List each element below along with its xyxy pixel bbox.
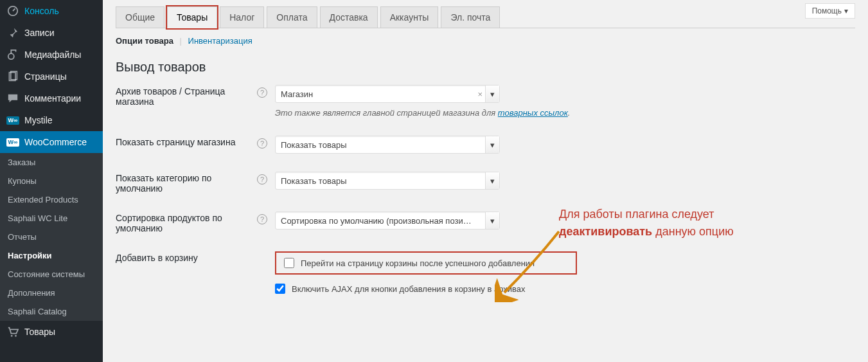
media-icon [6, 48, 19, 61]
row-show-page: Показать страницу магазина ? Показать то… [116, 136, 855, 154]
help-icon[interactable]: ? [257, 174, 267, 185]
label-add-to-cart: Добавить в корзину [116, 251, 257, 263]
sidebar-label: Консоль [24, 6, 59, 16]
select-value: Магазин [281, 89, 313, 99]
chevron-down-icon: ▾ [485, 136, 499, 153]
sidebar-sub-coupons[interactable]: Купоны [0, 172, 103, 190]
admin-sidebar: Консоль Записи Медиафайлы Страницы Комме… [0, 0, 103, 362]
page-icon [6, 70, 19, 83]
svg-point-1 [8, 53, 14, 59]
subnav-inventory-link[interactable]: Инвентаризация [188, 36, 252, 46]
sidebar-item-woocommerce[interactable]: W∞ WooCommerce [0, 131, 103, 153]
settings-tabs: Общие Товары Налог Оплата Доставка Аккау… [116, 6, 855, 28]
settings-subnav: Опции товара | Инвентаризация [116, 36, 855, 46]
pin-icon [6, 26, 19, 39]
sidebar-submenu: Заказы Купоны Extended Products Saphali … [0, 153, 103, 321]
annotation-text: Для работы плагина следует деактивироват… [559, 206, 803, 240]
sidebar-label: Страницы [24, 71, 67, 82]
shop-page-description: Это также является главной страницей маг… [275, 108, 855, 118]
sidebar-label: WooCommerce [24, 137, 87, 147]
sidebar-sub-addons[interactable]: Дополнения [0, 284, 103, 302]
select-shop-page[interactable]: Магазин × ▾ [275, 85, 500, 103]
label-show-page: Показать страницу магазина [116, 136, 257, 147]
woo-badge-icon: W∞ [6, 136, 19, 149]
select-show-category[interactable]: Показать товары ▾ [275, 172, 500, 190]
checkbox-ajax-cart[interactable]: Включить AJAX для кнопки добавления в ко… [275, 284, 855, 294]
label-show-category: Показать категорию по умолчанию [116, 172, 257, 194]
content-area: Помощь ▾ Общие Товары Налог Оплата Доста… [103, 0, 868, 362]
product-links-link[interactable]: товарных ссылок [498, 108, 568, 118]
woo-badge-icon: W∞ [6, 114, 19, 127]
tab-products[interactable]: Товары [167, 6, 217, 28]
select-sort[interactable]: Сортировка по умолчанию (произвольная по… [275, 212, 500, 230]
sidebar-item-posts[interactable]: Записи [0, 22, 103, 44]
clear-icon[interactable]: × [477, 89, 483, 99]
tab-general[interactable]: Общие [116, 6, 164, 28]
checkbox-label: Перейти на страницу корзины после успешн… [301, 258, 535, 268]
sidebar-sub-saphali-lite[interactable]: Saphali WC Lite [0, 209, 103, 228]
checkbox-ajax-input[interactable] [275, 284, 285, 294]
sidebar-label: Комментарии [24, 93, 81, 104]
sidebar-item-comments[interactable]: Комментарии [0, 87, 103, 109]
row-shop-page: Архив товаров / Страница магазина ? Мага… [116, 85, 855, 118]
select-value: Сортировка по умолчанию (произвольная по… [281, 216, 472, 226]
sidebar-item-mystile[interactable]: W∞ Mystile [0, 109, 103, 131]
label-sort: Сортировка продуктов по умолчанию [116, 212, 257, 233]
select-value: Показать товары [281, 176, 346, 186]
chevron-down-icon: ▾ [485, 86, 499, 102]
tab-emails[interactable]: Эл. почта [441, 6, 500, 28]
sidebar-label: Записи [24, 28, 54, 38]
sidebar-label: Mystile [24, 115, 53, 125]
row-show-category: Показать категорию по умолчанию ? Показа… [116, 172, 855, 194]
dashboard-icon [6, 5, 19, 17]
help-icon[interactable]: ? [257, 214, 267, 224]
label-shop-page: Архив товаров / Страница магазина [116, 85, 257, 107]
select-show-page[interactable]: Показать товары ▾ [275, 136, 500, 154]
checkbox-redirect-cart[interactable]: Перейти на страницу корзины после успешн… [275, 251, 577, 275]
sidebar-item-console[interactable]: Консоль [0, 0, 103, 22]
separator: | [180, 36, 182, 46]
help-label: Помощь [812, 6, 842, 15]
help-icon[interactable]: ? [257, 138, 267, 149]
subnav-current: Опции товара [116, 36, 173, 46]
sidebar-sub-status[interactable]: Состояние системы [0, 265, 103, 284]
sidebar-label: Медиафайлы [24, 50, 81, 60]
chevron-down-icon: ▾ [485, 212, 499, 229]
chevron-down-icon: ▾ [485, 172, 499, 189]
help-dropdown[interactable]: Помощь ▾ [805, 3, 855, 19]
cart-icon [6, 325, 19, 338]
chevron-down-icon: ▾ [844, 6, 848, 15]
svg-point-4 [11, 335, 13, 337]
select-value: Показать товары [281, 140, 346, 150]
help-icon[interactable]: ? [257, 87, 267, 98]
row-add-to-cart: Добавить в корзину ? Перейти на страницу… [116, 251, 855, 294]
tab-tax[interactable]: Налог [220, 6, 264, 28]
checkbox-label: Включить AJAX для кнопки добавления в ко… [292, 284, 526, 294]
sidebar-sub-orders[interactable]: Заказы [0, 153, 103, 172]
checkbox-redirect-input[interactable] [284, 258, 294, 268]
tab-accounts[interactable]: Аккаунты [380, 6, 439, 28]
sidebar-sub-extended[interactable]: Extended Products [0, 190, 103, 209]
tab-checkout[interactable]: Оплата [267, 6, 317, 28]
svg-point-5 [15, 335, 17, 337]
sidebar-label: Товары [24, 327, 55, 337]
sidebar-item-pages[interactable]: Страницы [0, 66, 103, 87]
sidebar-item-products[interactable]: Товары [0, 321, 103, 343]
comment-icon [6, 92, 19, 105]
tab-shipping[interactable]: Доставка [320, 6, 378, 28]
sidebar-sub-reports[interactable]: Отчеты [0, 228, 103, 246]
sidebar-item-media[interactable]: Медиафайлы [0, 44, 103, 66]
sidebar-sub-saphali-catalog[interactable]: Saphali Catalog [0, 302, 103, 321]
sidebar-sub-settings[interactable]: Настройки [0, 246, 103, 265]
section-heading: Вывод товаров [116, 60, 855, 75]
